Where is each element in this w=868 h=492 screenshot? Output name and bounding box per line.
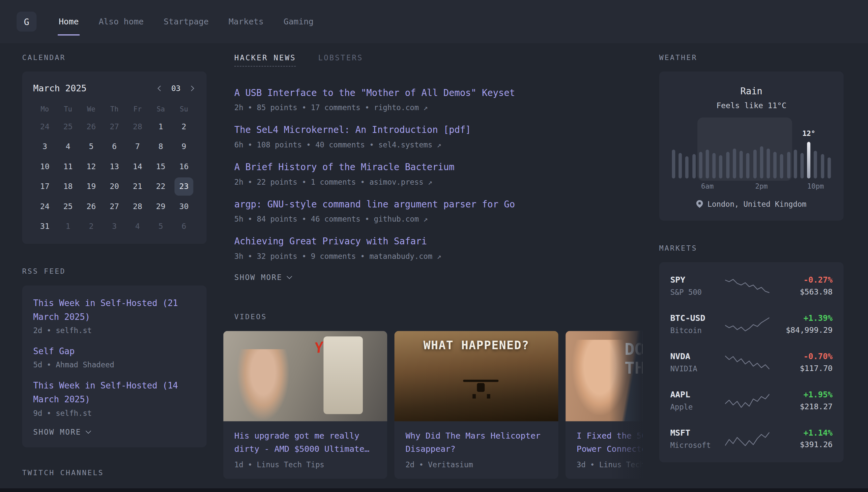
market-row-btc-usd[interactable]: BTC-USDBitcoin+1.39%$84,999.29 [670, 305, 833, 343]
rss-item-link[interactable]: Self Gap [33, 345, 196, 359]
calendar-weekday: Tu [56, 102, 79, 116]
calendar-day-grid: 2425262728123456789101112131415161718192… [33, 116, 196, 236]
news-item-link[interactable]: argp: GNU-style command line argument pa… [234, 198, 631, 211]
calendar-next-button[interactable] [187, 84, 195, 92]
weather-hour-bar [719, 155, 723, 179]
calendar-day: 26 [82, 117, 101, 136]
news-tab-hacker-news[interactable]: HACKER NEWS [234, 53, 296, 66]
news-item-link[interactable]: The SeL4 Microkernel: An Introduction [p… [234, 124, 631, 137]
market-sparkline [723, 316, 770, 332]
news-source-tabs: HACKER NEWSLOBSTERS [234, 53, 631, 66]
weather-section: WEATHER Rain Feels like 11°C 12° 6am2pm1… [659, 53, 844, 221]
news-show-more-label: SHOW MORE [234, 273, 283, 281]
calendar-weekday: Mo [33, 102, 56, 116]
nav-tab-gaming[interactable]: Gaming [283, 13, 315, 30]
video-meta: 2d • Veritasium [405, 460, 547, 469]
video-card-body: Why Did The Mars Helicopter Disappear?2d… [394, 421, 558, 479]
calendar-day: 10 [35, 157, 54, 175]
nav-tab-home[interactable]: Home [58, 13, 80, 30]
market-identity: SPYS&P 500 [670, 275, 723, 297]
rss-show-more-button[interactable]: SHOW MORE [33, 427, 90, 436]
video-card[interactable]: YUCKHis upgrade got me really dirty - AM… [223, 331, 387, 479]
market-row-msft[interactable]: MSFTMicrosoft+1.14%$391.26 [670, 419, 833, 458]
weather-widget: Rain Feels like 11°C 12° 6am2pm10pm Lond… [659, 72, 844, 221]
market-row-aapl[interactable]: AAPLApple+1.95%$218.27 [670, 381, 833, 419]
market-price: $117.70 [770, 364, 833, 373]
market-price: $391.26 [770, 440, 833, 449]
nav-tab-also-home[interactable]: Also home [98, 13, 144, 30]
nav-tab-startpage[interactable]: Startpage [162, 13, 210, 30]
calendar-header: March 2025 03 [33, 81, 196, 95]
market-change: +1.95% [770, 390, 833, 399]
news-show-more-button[interactable]: SHOW MORE [234, 273, 291, 281]
news-item-meta: 2h • 22 points • 1 comments • asimov.pre… [234, 177, 631, 186]
market-ticker: BTC-USD [670, 313, 723, 323]
calendar-weekday-row: MoTuWeThFrSaSu [33, 102, 196, 116]
news-item: The SeL4 Microkernel: An Introduction [p… [234, 124, 631, 149]
news-tab-lobsters[interactable]: LOBSTERS [318, 53, 363, 66]
news-item: argp: GNU-style command line argument pa… [234, 198, 631, 223]
news-item-link[interactable]: A Brief History of the Miracle Bacterium [234, 161, 631, 174]
calendar-day: 1 [151, 117, 170, 136]
calendar-day: 11 [59, 157, 77, 175]
calendar-day: 15 [151, 157, 170, 175]
calendar-day: 5 [82, 137, 101, 155]
nav-tabs: HomeAlso homeStartpageMarketsGaming [58, 0, 315, 43]
calendar-day: 5 [151, 217, 170, 235]
news-item-link[interactable]: A USB Interface to the "Mother of All De… [234, 87, 631, 100]
market-ticker: SPY [670, 275, 723, 285]
weather-hourly-chart: 12° [670, 125, 833, 178]
calendar-day: 9 [175, 137, 193, 155]
calendar-prev-button[interactable] [156, 84, 164, 92]
weather-hour-bar [712, 153, 716, 178]
market-ticker: MSFT [670, 428, 723, 438]
rss-item-link[interactable]: This Week in Self-Hosted (14 March 2025) [33, 379, 196, 407]
carousel-fade-edge [609, 331, 642, 479]
dashboard-page: G HomeAlso homeStartpageMarketsGaming CA… [0, 0, 868, 492]
market-identity: BTC-USDBitcoin [670, 313, 723, 335]
rss-item: This Week in Self-Hosted (21 March 2025)… [33, 296, 196, 335]
weather-hour-bar [766, 148, 770, 178]
news-item-meta: 3h • 32 points • 9 comments • matanabudy… [234, 252, 631, 261]
calendar-day: 30 [175, 197, 193, 215]
weather-hour-bar [760, 146, 763, 178]
calendar-day: 8 [151, 137, 170, 155]
market-row-spy[interactable]: SPYS&P 500-0.27%$563.98 [670, 267, 833, 305]
weather-hour-bar [827, 157, 831, 178]
rss-item-link[interactable]: This Week in Self-Hosted (21 March 2025) [33, 296, 196, 324]
news-item-link[interactable]: Achieving Great Privacy with Safari [234, 235, 631, 248]
weather-time-axis: 6am2pm10pm [670, 180, 833, 191]
calendar-day: 6 [175, 217, 193, 235]
time-axis-label: 6am [701, 182, 714, 190]
calendar-day: 6 [105, 137, 124, 155]
market-values: +1.95%$218.27 [770, 390, 833, 411]
videos-carousel[interactable]: YUCKHis upgrade got me really dirty - AM… [223, 331, 642, 479]
market-ticker: NVDA [670, 351, 723, 362]
video-title-link[interactable]: Why Did The Mars Helicopter Disappear? [405, 429, 547, 456]
rss-feed-heading: RSS FEED [22, 267, 207, 275]
video-card-body: His upgrade got me really dirty - AMD $5… [223, 421, 387, 479]
markets-heading: MARKETS [659, 244, 844, 252]
calendar-section: CALENDAR March 2025 03 MoTuWeThFrSaSu 24… [22, 53, 207, 244]
weather-hour-bar [692, 154, 695, 178]
middle-column: HACKER NEWSLOBSTERS A USB Interface to t… [234, 53, 631, 479]
nav-tab-markets[interactable]: Markets [227, 13, 265, 30]
weather-hour-bar [672, 150, 675, 178]
sparkline-chart [725, 277, 769, 294]
calendar-day: 24 [35, 117, 54, 136]
calendar-day: 20 [105, 177, 124, 195]
rss-show-more-label: SHOW MORE [33, 427, 81, 436]
video-card[interactable]: WHAT HAPPENED?Why Did The Mars Helicopte… [394, 331, 558, 479]
rss-feed-list: This Week in Self-Hosted (21 March 2025)… [33, 296, 196, 417]
market-row-nvda[interactable]: NVDANVIDIA-0.70%$117.70 [670, 343, 833, 381]
calendar-weekday: Sa [149, 102, 172, 116]
bottom-edge [0, 488, 868, 492]
calendar-day: 14 [128, 157, 147, 175]
calendar-day: 24 [35, 197, 54, 215]
market-change: -0.27% [770, 275, 833, 284]
video-thumbnail: WHAT HAPPENED? [394, 331, 558, 421]
calendar-day: 19 [82, 177, 101, 195]
news-item: Achieving Great Privacy with Safari3h • … [234, 235, 631, 261]
weather-hour-bar [746, 153, 750, 178]
video-title-link[interactable]: His upgrade got me really dirty - AMD $5… [234, 429, 376, 456]
